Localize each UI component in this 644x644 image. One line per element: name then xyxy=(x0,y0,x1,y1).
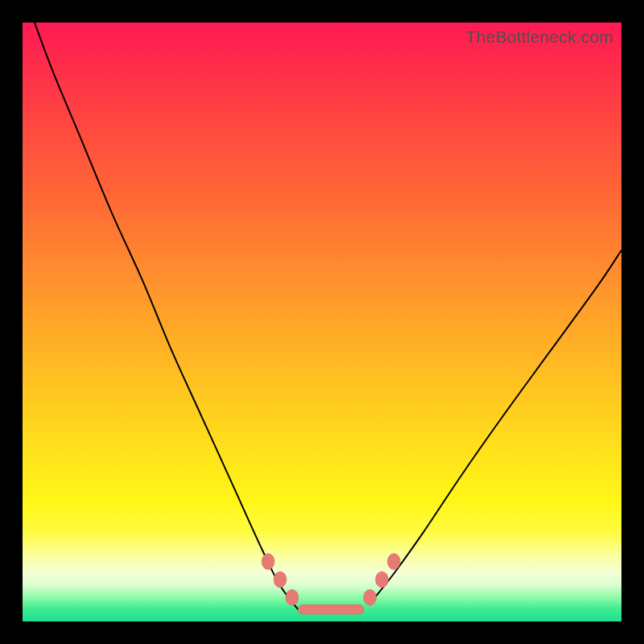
left-curve xyxy=(35,23,298,609)
marker-point xyxy=(286,589,299,605)
marker-point xyxy=(262,554,275,570)
curve-overlay xyxy=(23,23,621,621)
chart-frame: TheBottleneck.com xyxy=(0,0,644,644)
marker-point xyxy=(375,572,388,588)
marker-group xyxy=(262,554,400,606)
marker-point xyxy=(387,554,400,570)
marker-point xyxy=(274,572,287,588)
marker-flat-segment xyxy=(298,605,364,614)
plot-area: TheBottleneck.com xyxy=(23,23,621,621)
marker-point xyxy=(364,589,377,605)
right-curve xyxy=(370,250,621,604)
